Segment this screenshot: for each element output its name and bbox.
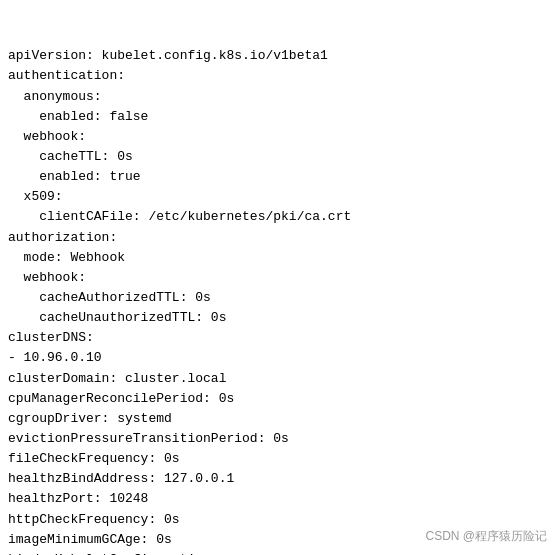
code-line: enabled: true [8, 167, 549, 187]
code-line: mode: Webhook [8, 248, 549, 268]
code-line: kind: KubeletConfiguration [8, 550, 549, 555]
code-line: cpuManagerReconcilePeriod: 0s [8, 389, 549, 409]
code-line: webhook: [8, 127, 549, 147]
code-line: evictionPressureTransitionPeriod: 0s [8, 429, 549, 449]
code-line: httpCheckFrequency: 0s [8, 510, 549, 530]
watermark: CSDN @程序猿历险记 [425, 528, 547, 545]
code-line: clusterDNS: [8, 328, 549, 348]
code-line: webhook: [8, 268, 549, 288]
code-line: - 10.96.0.10 [8, 348, 549, 368]
code-line: cacheTTL: 0s [8, 147, 549, 167]
code-line: clusterDomain: cluster.local [8, 369, 549, 389]
code-line: cacheAuthorizedTTL: 0s [8, 288, 549, 308]
code-line: anonymous: [8, 87, 549, 107]
code-line: apiVersion: kubelet.config.k8s.io/v1beta… [8, 46, 549, 66]
code-line: healthzBindAddress: 127.0.0.1 [8, 469, 549, 489]
code-line: cacheUnauthorizedTTL: 0s [8, 308, 549, 328]
code-line: enabled: false [8, 107, 549, 127]
code-line: authorization: [8, 228, 549, 248]
code-line: healthzPort: 10248 [8, 489, 549, 509]
code-line: x509: [8, 187, 549, 207]
code-line: cgroupDriver: systemd [8, 409, 549, 429]
code-block: apiVersion: kubelet.config.k8s.io/v1beta… [0, 0, 557, 555]
code-line: clientCAFile: /etc/kubernetes/pki/ca.crt [8, 207, 549, 227]
code-line: fileCheckFrequency: 0s [8, 449, 549, 469]
code-line: authentication: [8, 66, 549, 86]
